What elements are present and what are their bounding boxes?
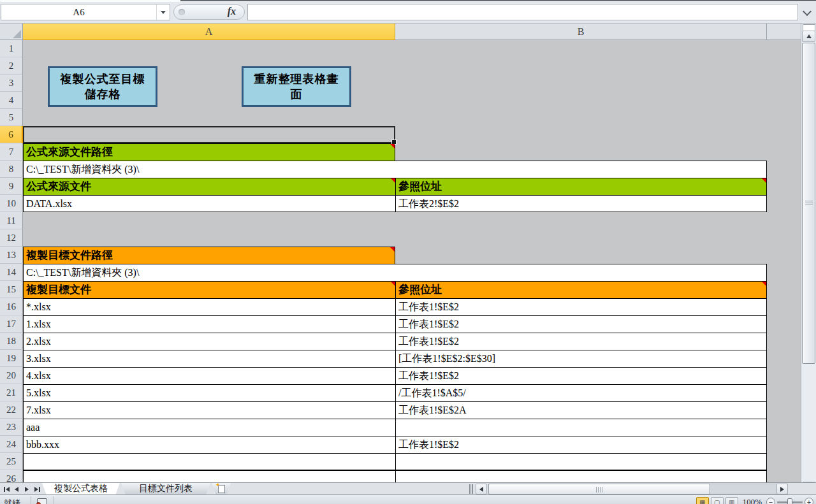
vertical-scrollbar[interactable] xyxy=(801,24,816,494)
cell-A26[interactable] xyxy=(23,470,395,482)
cell-A5[interactable] xyxy=(23,109,395,126)
cell-B5[interactable] xyxy=(395,109,767,126)
cell-B12[interactable] xyxy=(395,229,767,247)
cell-B2[interactable] xyxy=(395,57,767,75)
cell-A22[interactable]: 7.xlsx xyxy=(23,401,395,419)
cell-B7[interactable] xyxy=(395,143,767,161)
cell-B1[interactable] xyxy=(395,40,767,57)
fx-icon[interactable]: fx xyxy=(228,6,236,17)
row-header-6[interactable]: 6 xyxy=(0,126,23,143)
cell-B24[interactable]: 工作表1!$E$2 xyxy=(395,436,767,453)
tab-nav-prev-button[interactable] xyxy=(12,484,21,494)
name-box[interactable]: A6 xyxy=(1,4,170,20)
hscroll-left-button[interactable] xyxy=(476,484,487,494)
macro-record-icon[interactable] xyxy=(37,498,47,504)
cell-B4[interactable] xyxy=(395,92,767,109)
tab-target-file-list[interactable]: 目標文件列表 xyxy=(121,483,210,495)
view-page-layout-button[interactable]: ▢ xyxy=(711,497,724,504)
cell-B15[interactable]: 參照位址 xyxy=(395,281,767,298)
cell-A21[interactable]: 5.xlsx xyxy=(23,384,395,401)
cell-A16[interactable]: *.xlsx xyxy=(23,298,395,315)
row-header-7[interactable]: 7 xyxy=(0,143,23,161)
row-header-10[interactable]: 10 xyxy=(0,195,23,212)
cell-A7[interactable]: 公式來源文件路徑 xyxy=(23,143,395,161)
row-header-22[interactable]: 22 xyxy=(0,401,23,419)
cell-B13[interactable] xyxy=(395,247,767,264)
cell-B20[interactable]: 工作表1!$E$2 xyxy=(395,367,767,384)
cell-A19[interactable]: 3.xlsx xyxy=(23,350,395,367)
horizontal-scroll-thumb[interactable] xyxy=(488,484,710,494)
cell-A1[interactable] xyxy=(23,40,395,57)
cell-A23[interactable]: aaa xyxy=(23,419,395,436)
cell-A13[interactable]: 複製目標文件路徑 xyxy=(23,247,395,264)
row-header-23[interactable]: 23 xyxy=(0,419,23,436)
vertical-scroll-thumb[interactable] xyxy=(802,43,815,364)
cell-A11[interactable] xyxy=(23,212,395,229)
view-page-break-button[interactable]: ▥ xyxy=(725,497,738,504)
cell-A18[interactable]: 2.xlsx xyxy=(23,333,395,350)
insert-worksheet-tab[interactable]: ✦ xyxy=(212,483,231,495)
row-header-11[interactable]: 11 xyxy=(0,212,23,229)
column-header-A[interactable]: A xyxy=(23,24,395,40)
row-header-1[interactable]: 1 xyxy=(0,40,23,57)
tab-nav-first-button[interactable] xyxy=(2,484,11,494)
cell-A24[interactable]: bbb.xxx xyxy=(23,436,395,453)
cell-A17[interactable]: 1.xlsx xyxy=(23,315,395,333)
zoom-slider-thumb[interactable] xyxy=(787,498,792,504)
cell-B17[interactable]: 工作表1!$E$2 xyxy=(395,315,767,333)
column-header-B[interactable]: B xyxy=(395,24,767,40)
row-header-17[interactable]: 17 xyxy=(0,315,23,333)
zoom-in-button[interactable]: + xyxy=(805,498,813,504)
cell-B19[interactable]: [工作表1!$E$2:$E$30] xyxy=(395,350,767,367)
row-header-20[interactable]: 20 xyxy=(0,367,23,384)
cell-A25[interactable] xyxy=(23,453,395,470)
select-all-button[interactable] xyxy=(0,24,23,40)
cell-A10[interactable]: DATA.xlsx xyxy=(23,195,395,212)
row-header-15[interactable]: 15 xyxy=(0,281,23,298)
cell-B22[interactable]: 工作表1!$E$2A xyxy=(395,401,767,419)
cell-A12[interactable] xyxy=(23,229,395,247)
cell-B26[interactable] xyxy=(395,470,767,482)
zoom-slider[interactable] xyxy=(777,501,803,503)
formula-bar-expand-button[interactable] xyxy=(801,7,813,18)
cell-A14-merged[interactable]: C:\_TEST\新增資料夾 (3)\ xyxy=(23,264,767,281)
row-header-12[interactable]: 12 xyxy=(0,229,23,247)
copy-formula-button[interactable]: 複製公式至目標 儲存格 xyxy=(48,66,157,107)
tab-nav-last-button[interactable] xyxy=(33,484,41,494)
cell-B10[interactable]: 工作表2!$E$2 xyxy=(395,195,767,212)
view-normal-button[interactable]: ▦ xyxy=(696,497,709,504)
cell-A9[interactable]: 公式來源文件 xyxy=(23,178,395,195)
tab-nav-next-button[interactable] xyxy=(22,484,31,494)
tab-copy-formula-sheet[interactable]: 複製公式表格 xyxy=(42,483,120,495)
row-header-18[interactable]: 18 xyxy=(0,333,23,350)
scroll-up-button[interactable] xyxy=(802,31,815,42)
row-header-21[interactable]: 21 xyxy=(0,384,23,401)
formula-input[interactable] xyxy=(247,4,798,20)
row-header-9[interactable]: 9 xyxy=(0,178,23,195)
insert-function-capsule[interactable]: fx xyxy=(173,4,245,20)
row-header-19[interactable]: 19 xyxy=(0,350,23,367)
cell-B25[interactable] xyxy=(395,453,767,470)
row-header-25[interactable]: 25 xyxy=(0,453,23,470)
cell-A15[interactable]: 複製目標文件 xyxy=(23,281,395,298)
cell-B6[interactable] xyxy=(395,126,767,143)
row-header-16[interactable]: 16 xyxy=(0,298,23,315)
column-header-C-partial[interactable] xyxy=(767,24,801,40)
row-header-26[interactable]: 26 xyxy=(0,470,23,482)
selected-cell-A6[interactable] xyxy=(23,126,395,143)
zoom-level-label[interactable]: 100% xyxy=(743,497,762,504)
cell-B18[interactable]: 工作表1!$E$2 xyxy=(395,333,767,350)
name-box-dropdown[interactable] xyxy=(156,4,170,20)
cell-A8-merged[interactable]: C:\_TEST\新增資料夾 (3)\ xyxy=(23,161,767,178)
row-header-13[interactable]: 13 xyxy=(0,247,23,264)
cell-A20[interactable]: 4.xlsx xyxy=(23,367,395,384)
row-header-4[interactable]: 4 xyxy=(0,92,23,109)
cell-B23[interactable] xyxy=(395,419,767,436)
cell-B16[interactable]: 工作表1!$E$2 xyxy=(395,298,767,315)
row-header-5[interactable]: 5 xyxy=(0,109,23,126)
hscroll-right-button[interactable] xyxy=(776,484,788,494)
row-header-24[interactable]: 24 xyxy=(0,436,23,453)
cell-B3[interactable] xyxy=(395,75,767,92)
zoom-out-button[interactable]: − xyxy=(766,498,775,504)
row-header-2[interactable]: 2 xyxy=(0,57,23,75)
